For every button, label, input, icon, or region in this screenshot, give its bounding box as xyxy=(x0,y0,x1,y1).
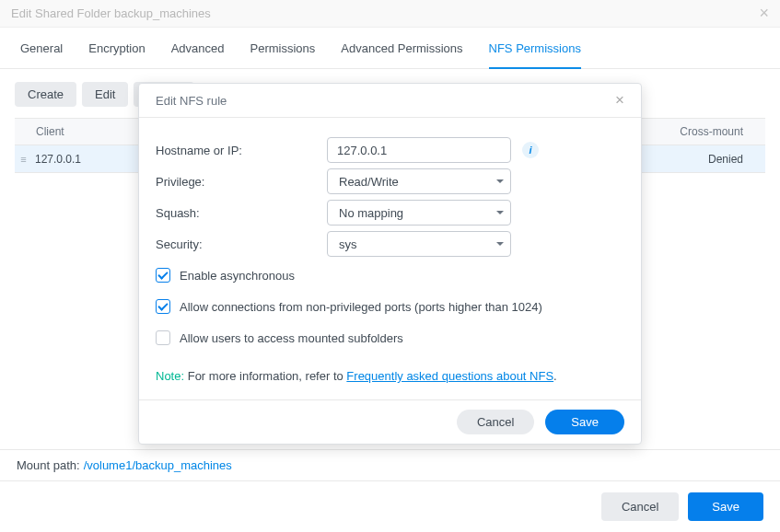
chevron-down-icon xyxy=(496,242,504,246)
tab-encryption[interactable]: Encryption xyxy=(88,29,145,68)
squash-select[interactable]: No mapping xyxy=(327,200,511,226)
tab-general[interactable]: General xyxy=(20,29,63,68)
nonpriv-label: Allow connections from non-privileged po… xyxy=(180,300,542,314)
mount-path-label: Mount path: xyxy=(17,458,80,472)
window-title: Edit Shared Folder backup_machines xyxy=(11,6,211,20)
tab-permissions[interactable]: Permissions xyxy=(250,29,316,68)
cancel-button[interactable]: Cancel xyxy=(601,492,679,521)
mount-path: Mount path: /volume1/backup_machines xyxy=(0,449,780,480)
info-icon[interactable]: i xyxy=(522,142,539,158)
dialog-close-icon[interactable]: × xyxy=(615,91,624,110)
privilege-select[interactable]: Read/Write xyxy=(327,168,511,194)
note: Note: For more information, refer to Fre… xyxy=(156,369,624,383)
squash-label: Squash: xyxy=(156,206,327,220)
close-icon[interactable]: × xyxy=(759,4,769,23)
faq-link[interactable]: Frequently asked questions about NFS xyxy=(346,369,553,383)
privilege-value: Read/Write xyxy=(339,175,399,189)
mount-path-value: /volume1/backup_machines xyxy=(84,458,232,472)
window-footer: Cancel Save xyxy=(0,480,780,532)
submounts-checkbox[interactable] xyxy=(156,330,170,345)
drag-handle-icon[interactable]: ≡ xyxy=(15,154,31,165)
dialog-footer: Cancel Save xyxy=(139,399,641,444)
note-label: Note: xyxy=(156,369,184,383)
dialog-body: Hostname or IP: i Privilege: Read/Write … xyxy=(139,118,641,399)
tab-advanced[interactable]: Advanced xyxy=(171,29,225,68)
security-select[interactable]: sys xyxy=(327,231,511,257)
dialog-save-button[interactable]: Save xyxy=(545,410,624,434)
hostname-label: Hostname or IP: xyxy=(156,144,327,157)
chevron-down-icon xyxy=(496,179,504,183)
tab-advanced-permissions[interactable]: Advanced Permissions xyxy=(341,29,462,68)
tab-list: General Encryption Advanced Permissions … xyxy=(0,28,780,69)
hostname-input[interactable] xyxy=(327,137,511,163)
note-text: For more information, refer to xyxy=(184,369,346,383)
nonpriv-checkbox[interactable] xyxy=(156,299,170,314)
edit-button[interactable]: Edit xyxy=(82,82,128,107)
tab-nfs-permissions[interactable]: NFS Permissions xyxy=(489,29,581,68)
security-value: sys xyxy=(339,237,357,251)
dialog-cancel-button[interactable]: Cancel xyxy=(457,410,534,434)
dialog-title: Edit NFS rule xyxy=(156,94,227,108)
chevron-down-icon xyxy=(496,211,504,214)
async-label: Enable asynchronous xyxy=(180,269,295,283)
security-label: Security: xyxy=(156,237,327,251)
create-button[interactable]: Create xyxy=(15,82,76,107)
edit-nfs-rule-dialog: Edit NFS rule × Hostname or IP: i Privil… xyxy=(138,83,642,445)
async-checkbox[interactable] xyxy=(156,268,170,283)
squash-value: No mapping xyxy=(339,206,403,220)
window-header: Edit Shared Folder backup_machines × xyxy=(0,0,780,28)
save-button[interactable]: Save xyxy=(688,492,763,521)
privilege-label: Privilege: xyxy=(156,175,327,189)
dialog-header: Edit NFS rule × xyxy=(139,84,641,118)
submounts-label: Allow users to access mounted subfolders xyxy=(180,331,403,345)
